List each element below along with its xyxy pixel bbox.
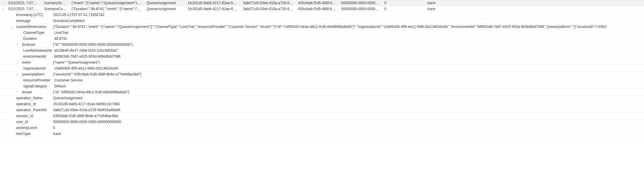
detail-value: Default <box>54 84 644 88</box>
detail-value: {"Id":"00000000-0000-0000-0000-000000000… <box>53 43 644 47</box>
detail-value: 435cfda6-f2d5-468f-8b4e-a77e848ac9bd <box>53 114 644 118</box>
detail-row-liveworkstreamid[interactable]: LiveWorkstreamId efc39e45-8e37-2d64-fd18… <box>0 48 644 54</box>
cell-timestamp: 5/12/2023, 7:07:42.671 AM <box>6 1 42 5</box>
detail-value: 3a8d71d3-03eb-410a-a726-6e8f16a89a56 <box>53 108 644 112</box>
cell-session-id: 435cfda6-f2d5-468f-8b4e-a77… <box>295 1 339 5</box>
detail-value: QueueAssignment <box>53 96 644 100</box>
cell-itemtype: trace <box>425 7 644 11</box>
detail-key: operation_Name <box>16 96 53 100</box>
detail-key: message <box>16 19 53 23</box>
detail-key: timestamp [UTC] <box>16 13 53 17</box>
detail-value: 88f803d6-7b67-e525-953d-60f4d9dd7086 <box>54 54 644 59</box>
cell-user-id: 00000000-0000-0000-0000-00… <box>339 7 382 11</box>
detail-value: {"sessionId":"435cfda6-f2d5-468f-8b4e-a7… <box>53 72 644 76</box>
detail-row-user-id[interactable]: user_Id 00000000-0000-0000-0000-00000000… <box>0 119 644 125</box>
chevron-right-icon[interactable]: › <box>16 61 22 64</box>
detail-key: itemType <box>16 132 53 136</box>
cell-severity: 0 <box>382 7 425 11</box>
detail-value: 46.8741 <box>54 37 644 41</box>
detail-value: 1fc301d5-9ab6-4217-82ae-6d09c13c7b60 <box>53 102 644 106</box>
cell-message: ScenarioStarted <box>42 1 69 5</box>
detail-value: LiveChat <box>54 31 644 35</box>
detail-key: operation_ParentId <box>16 108 53 112</box>
cell-customdims: {"event":"{\"name\":\"QueueAssignment\"}… <box>69 1 144 5</box>
detail-key: resourceProvider <box>23 78 54 82</box>
detail-row-operation-id[interactable]: operation_Id 1fc301d5-9ab6-4217-82ae-6d0… <box>0 101 644 107</box>
detail-row-session-id[interactable]: session_Id 435cfda6-f2d5-468f-8b4e-a77e8… <box>0 113 644 119</box>
cell-message: ScenarioCompleted <box>42 7 69 11</box>
detail-value: efc39e45-8e37-2d64-fd18-1cfcc9df30a7 <box>54 48 644 53</box>
detail-row-tenant[interactable]: › tenant {"id":"ef5f4262-0e4a-48c2-916f-… <box>0 89 644 95</box>
detail-key: signalCategory <box>23 84 54 88</box>
detail-row-timestamp[interactable]: timestamp [UTC] 2023-05-12T07:07:42.7185… <box>0 12 644 18</box>
table-row[interactable]: ⌄ 5/12/2023, 7:07:42.718 A… ScenarioComp… <box>0 6 644 12</box>
detail-key: operation_Id <box>16 102 53 106</box>
chevron-down-icon[interactable]: ⌄ <box>10 25 16 28</box>
detail-row-event[interactable]: › event {"name":"QueueAssignment"} <box>0 59 644 65</box>
detail-row-operation-name[interactable]: operation_Name QueueAssignment <box>0 95 644 101</box>
table-row[interactable]: › 5/12/2023, 7:07:42.671 AM ScenarioStar… <box>0 0 644 6</box>
cell-operation-id: 1fc301d5-9ab6-4217-82ae-6d09c13c7b60 <box>185 1 240 5</box>
detail-value: 00000000-0000-0000-0000-000000000000 <box>53 120 644 124</box>
detail-value: trace <box>53 132 644 136</box>
detail-value: {"name":"QueueAssignment"} <box>53 60 644 65</box>
detail-value: {"id":"ef5f4262-0e4a-48c2-916f-e6e6699bd… <box>53 90 644 94</box>
detail-row-powerplatform[interactable]: › powerplatform {"sessionId":"435cfda6-f… <box>0 71 644 77</box>
detail-value: c0a95405-4f5f-ed11-94f0-00224820cbfe <box>54 66 644 70</box>
detail-key: tenant <box>22 90 53 94</box>
detail-key: powerplatform <box>22 72 53 76</box>
detail-key: customDimensions <box>16 25 53 29</box>
detail-row-channeltype[interactable]: ChannelType LiveChat <box>0 30 644 36</box>
detail-key: organizationId <box>23 66 54 70</box>
chevron-right-icon[interactable]: › <box>0 1 6 4</box>
detail-row-message[interactable]: message ScenarioCompleted <box>0 18 644 24</box>
detail-row-duration[interactable]: Duration 46.8741 <box>0 36 644 42</box>
detail-key: session_Id <box>16 114 53 118</box>
detail-row-enduser[interactable]: › Enduser {"Id":"00000000-0000-0000-0000… <box>0 42 644 48</box>
chevron-right-icon[interactable]: › <box>16 73 22 76</box>
detail-key: event <box>22 60 53 65</box>
cell-user-id: 00000000-0000-0000-0000-00… <box>339 1 382 5</box>
detail-key: ChannelType <box>23 31 54 35</box>
detail-key: environmentId <box>23 54 54 59</box>
cell-session-id: 435cfda6-f2d5-468f-8b4e-a77… <box>295 7 339 11</box>
detail-key: severityLevel <box>16 126 53 130</box>
detail-row-signalcategory[interactable]: signalCategory Default <box>0 83 644 89</box>
chevron-right-icon[interactable]: › <box>16 43 22 46</box>
cell-timestamp: 5/12/2023, 7:07:42.718 A… <box>6 7 42 11</box>
detail-row-customdimensions[interactable]: ⌄ customDimensions {"Duration":"46.8741"… <box>0 24 644 30</box>
detail-key: LiveWorkstreamId <box>23 48 54 53</box>
cell-operation-id: 1fc301d5-9ab6-4217-82ae-6d09c13c7b60 <box>185 7 240 11</box>
chevron-right-icon[interactable]: › <box>16 90 22 94</box>
detail-key: user_Id <box>16 120 53 124</box>
detail-key: Duration <box>23 37 54 41</box>
detail-value: 0 <box>53 126 644 130</box>
detail-row-organizationid[interactable]: organizationId c0a95405-4f5f-ed11-94f0-0… <box>0 65 644 71</box>
cell-customdims: {"Duration":"46.8741","event":"{\"name\"… <box>69 7 144 11</box>
cell-itemtype: trace <box>425 1 644 5</box>
detail-value: {"Duration":"46.8741","event":"{\"name\"… <box>53 25 644 29</box>
detail-value: ScenarioCompleted <box>53 19 644 23</box>
detail-key: Enduser <box>22 43 53 47</box>
detail-value: Customer Service <box>54 78 644 82</box>
detail-row-itemtype[interactable]: itemType trace <box>0 131 644 137</box>
cell-parent-id: 3a8d71d3-03eb-410a-a726-6e8f16a89a56 <box>240 1 295 5</box>
detail-value: 2023-05-12T07:07:42.7185674Z <box>53 13 644 17</box>
cell-severity: 0 <box>382 1 425 5</box>
cell-parent-id: 3a8d71d3-03eb-410a-a726-6e8f16a89a56 <box>240 7 295 11</box>
cell-operation: QueueAssignment <box>144 1 185 5</box>
detail-row-environmentid[interactable]: environmentId 88f803d6-7b67-e525-953d-60… <box>0 54 644 59</box>
detail-row-resourceprovider[interactable]: resourceProvider Customer Service <box>0 77 644 83</box>
detail-row-operation-parentid[interactable]: operation_ParentId 3a8d71d3-03eb-410a-a7… <box>0 107 644 113</box>
chevron-down-icon[interactable]: ⌄ <box>0 7 6 10</box>
cell-operation: QueueAssignment <box>144 7 185 11</box>
detail-row-severitylevel[interactable]: severityLevel 0 <box>0 125 644 131</box>
